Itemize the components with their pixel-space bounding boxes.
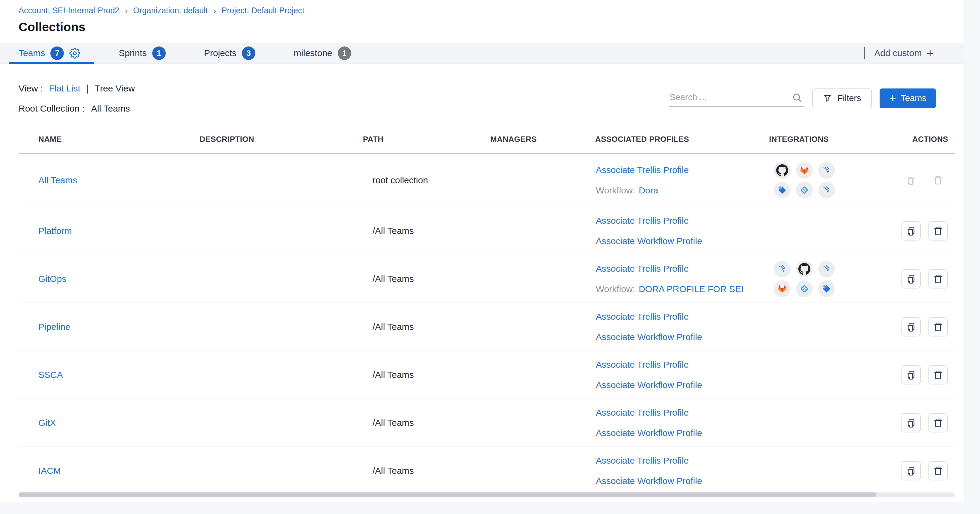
profile-link[interactable]: Associate Workflow Profile bbox=[596, 332, 702, 342]
profile-link[interactable]: Associate Trellis Profile bbox=[596, 311, 689, 321]
profile-link[interactable]: Associate Trellis Profile bbox=[596, 263, 689, 273]
integration-icon-github[interactable] bbox=[774, 162, 791, 179]
copy-icon bbox=[906, 225, 916, 236]
plus-icon: + bbox=[889, 94, 896, 102]
profile-link[interactable]: DORA PROFILE FOR SEI bbox=[639, 284, 743, 294]
actions-cell bbox=[897, 461, 955, 480]
profile-link[interactable]: Associate Trellis Profile bbox=[596, 455, 689, 465]
associated-profiles-cell: Associate Trellis ProfileAssociate Workf… bbox=[588, 215, 762, 246]
tabbar-right: Add custom + bbox=[864, 47, 934, 59]
tabbar: Teams7Sprints1Projects3milestone1 Add cu… bbox=[0, 43, 964, 64]
root-collection-label: Root Collection : bbox=[19, 104, 84, 114]
profile-link[interactable]: Associate Workflow Profile bbox=[596, 380, 702, 390]
search-input[interactable] bbox=[669, 89, 804, 107]
view-flat-list[interactable]: Flat List bbox=[49, 83, 80, 94]
delete-button[interactable] bbox=[929, 461, 948, 480]
tab-projects[interactable]: Projects3 bbox=[204, 43, 255, 64]
filters-label: Filters bbox=[837, 93, 861, 103]
integration-icon-swoosh[interactable] bbox=[818, 162, 835, 179]
tab-sprints[interactable]: Sprints1 bbox=[119, 43, 165, 64]
breadcrumb-separator: › bbox=[213, 6, 217, 15]
integration-icon-diamond-grid[interactable] bbox=[796, 182, 813, 198]
copy-button[interactable] bbox=[902, 317, 921, 337]
collection-name-link[interactable]: GitOps bbox=[38, 274, 66, 284]
tab-label: Sprints bbox=[119, 48, 146, 58]
delete-button[interactable] bbox=[929, 221, 948, 241]
integration-icon-swoosh[interactable] bbox=[774, 260, 791, 278]
tab-milestone[interactable]: milestone1 bbox=[294, 43, 351, 64]
integration-icon-gitlab[interactable] bbox=[774, 280, 791, 297]
add-custom-label: Add custom bbox=[874, 48, 921, 58]
integration-icon-swoosh[interactable] bbox=[818, 260, 835, 278]
delete-button bbox=[929, 171, 948, 190]
horizontal-scrollbar[interactable] bbox=[19, 492, 955, 497]
collection-name-link[interactable]: GitX bbox=[38, 418, 56, 428]
integration-icon-github[interactable] bbox=[796, 260, 813, 278]
collection-name-link[interactable]: IACM bbox=[38, 466, 61, 476]
profile-link[interactable]: Associate Workflow Profile bbox=[596, 476, 702, 486]
integration-icon-swoosh[interactable] bbox=[818, 182, 835, 198]
profile-line: Associate Trellis Profile bbox=[596, 215, 762, 226]
table-row-pipeline: Pipeline/All TeamsAssociate Trellis Prof… bbox=[19, 303, 955, 351]
profile-link[interactable]: Associate Trellis Profile bbox=[596, 359, 689, 369]
column-header-actions: ACTIONS bbox=[897, 135, 955, 144]
path-cell: /All Teams bbox=[356, 322, 483, 332]
breadcrumb-link[interactable]: Project: Default Project bbox=[221, 6, 304, 15]
view-tree-view[interactable]: Tree View bbox=[95, 83, 135, 94]
profile-link[interactable]: Associate Workflow Profile bbox=[596, 428, 702, 438]
copy-icon bbox=[906, 273, 916, 284]
scrollbar-thumb[interactable] bbox=[19, 492, 876, 497]
collection-name-link[interactable]: Platform bbox=[38, 226, 72, 236]
profile-link[interactable]: Dora bbox=[639, 185, 658, 195]
actions-cell bbox=[897, 413, 955, 433]
profile-line: Associate Trellis Profile bbox=[596, 359, 762, 370]
actions-cell bbox=[897, 269, 955, 289]
profile-link[interactable]: Associate Trellis Profile bbox=[596, 407, 689, 417]
delete-button[interactable] bbox=[929, 317, 948, 337]
profile-line: Associate Workflow Profile bbox=[596, 476, 762, 486]
collection-name-link[interactable]: All Teams bbox=[38, 175, 77, 185]
view-line: View : Flat List | Tree View bbox=[19, 83, 135, 94]
collection-name-link[interactable]: SSCA bbox=[38, 370, 63, 380]
search-icon bbox=[792, 93, 803, 104]
toolbar: View : Flat List | Tree View Root Collec… bbox=[19, 83, 936, 114]
copy-icon bbox=[906, 369, 916, 380]
filters-button[interactable]: Filters bbox=[812, 88, 872, 108]
divider: | bbox=[86, 83, 89, 94]
integrations-cell bbox=[762, 260, 897, 297]
copy-icon bbox=[906, 465, 916, 476]
breadcrumb-link[interactable]: Organization: default bbox=[133, 6, 208, 15]
copy-icon bbox=[906, 321, 916, 332]
table-row-all-teams: All Teamsroot collectionAssociate Trelli… bbox=[19, 154, 955, 207]
integrations-cell bbox=[762, 162, 897, 198]
gear-icon[interactable] bbox=[69, 48, 80, 59]
integration-icon-gitlab[interactable] bbox=[796, 162, 813, 179]
table-row-gitx: GitX/All TeamsAssociate Trellis ProfileA… bbox=[19, 399, 955, 447]
column-header-associated-profiles: ASSOCIATED PROFILES bbox=[588, 135, 762, 144]
profile-link[interactable]: Associate Workflow Profile bbox=[596, 236, 702, 246]
integration-icon-jira[interactable] bbox=[818, 280, 835, 297]
actions-cell bbox=[897, 171, 955, 190]
add-teams-button[interactable]: + Teams bbox=[880, 88, 936, 108]
copy-button[interactable] bbox=[902, 365, 921, 385]
column-header-path: PATH bbox=[356, 135, 483, 144]
tab-count-badge: 3 bbox=[242, 46, 255, 60]
root-collection-value: All Teams bbox=[91, 104, 130, 114]
delete-button[interactable] bbox=[929, 365, 948, 385]
add-custom-button[interactable]: Add custom + bbox=[874, 48, 934, 58]
tab-teams[interactable]: Teams7 bbox=[19, 43, 80, 64]
delete-button[interactable] bbox=[929, 413, 948, 433]
integration-icon-diamond-grid[interactable] bbox=[796, 280, 813, 297]
delete-button[interactable] bbox=[929, 269, 948, 289]
copy-button[interactable] bbox=[902, 269, 921, 289]
copy-button[interactable] bbox=[902, 461, 921, 480]
profile-link[interactable]: Associate Trellis Profile bbox=[596, 215, 689, 225]
copy-button bbox=[902, 171, 921, 190]
copy-button[interactable] bbox=[902, 413, 921, 433]
copy-button[interactable] bbox=[902, 221, 921, 241]
profile-link[interactable]: Associate Trellis Profile bbox=[596, 165, 689, 175]
integration-icon-jira[interactable] bbox=[774, 182, 791, 198]
collection-name-link[interactable]: Pipeline bbox=[38, 322, 70, 332]
associated-profiles-cell: Associate Trellis ProfileAssociate Workf… bbox=[588, 311, 762, 342]
breadcrumb-link[interactable]: Account: SEI-Internal-Prod2 bbox=[19, 6, 119, 15]
